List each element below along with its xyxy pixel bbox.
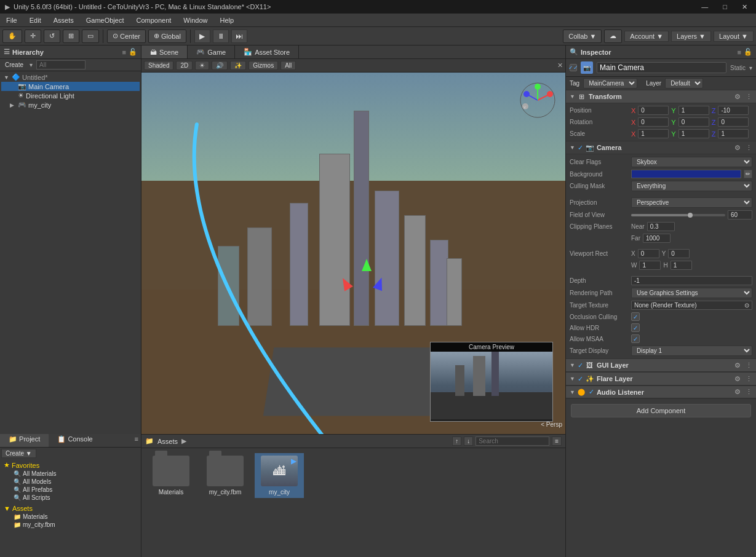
hierarchy-create-button[interactable]: Create <box>2 61 26 68</box>
msaa-checkbox[interactable]: ✓ <box>631 334 640 343</box>
pos-y-input[interactable] <box>678 106 709 115</box>
occlusion-checkbox[interactable]: ✓ <box>631 312 640 321</box>
menu-edit[interactable]: Edit <box>23 15 47 25</box>
scene-tab[interactable]: 🏔 Scene <box>141 45 188 58</box>
rot-z-input[interactable] <box>718 117 749 127</box>
proj-all-scripts[interactable]: 🔍 All Scripts <box>4 494 137 502</box>
global-button[interactable]: ⊕ Global <box>148 30 186 43</box>
asset-my-city-fbm[interactable]: my_city.fbm <box>201 453 250 498</box>
asset-materials[interactable]: Materials <box>146 453 196 498</box>
scale-x-input[interactable] <box>638 129 669 138</box>
pos-x-input[interactable] <box>638 106 669 115</box>
gui-layer-header[interactable]: ▼ ✓ 🖼 GUI Layer ⚙ ⋮ <box>566 359 756 372</box>
scene-view[interactable]: Y < Persp Camera Preview <box>141 73 565 434</box>
layers-dropdown[interactable]: Layers ▼ <box>671 31 711 42</box>
hierarchy-search[interactable] <box>36 60 86 69</box>
hierarchy-main-camera[interactable]: 📷 Main Camera <box>1 82 140 91</box>
hierarchy-untitled[interactable]: ▼ 🔷 Untitled* <box>1 73 140 82</box>
scale-z-input[interactable] <box>718 129 749 138</box>
shading-dropdown[interactable]: Shaded <box>144 61 173 70</box>
rotate-tool[interactable]: ↺ <box>44 30 60 43</box>
vp-w-input[interactable] <box>639 261 661 270</box>
rect-tool[interactable]: ▭ <box>82 30 99 43</box>
static-dropdown-arrow[interactable]: ▾ <box>749 65 752 71</box>
fx-button[interactable]: ✨ <box>230 61 246 70</box>
pause-button[interactable]: ⏸ <box>213 30 229 43</box>
tag-dropdown[interactable]: MainCamera <box>583 78 637 89</box>
titlebar-controls[interactable]: — □ ✕ <box>698 2 751 12</box>
color-edit-icon[interactable]: ✏ <box>744 170 752 178</box>
game-tab[interactable]: 🎮 Game <box>188 45 235 58</box>
audio-button[interactable]: 🔊 <box>212 61 228 70</box>
vp-y-input[interactable] <box>668 249 690 258</box>
lighting-button[interactable]: ☀ <box>195 61 209 70</box>
far-input[interactable] <box>643 234 670 243</box>
culling-mask-dropdown[interactable]: Everything <box>631 181 752 191</box>
camera-header[interactable]: ▼ ✓ 📷 Camera ⚙ ⋮ <box>566 141 756 154</box>
transform-more-icon[interactable]: ⋮ <box>746 93 752 101</box>
hierarchy-directional-light[interactable]: ☀ Directional Light <box>1 91 140 100</box>
account-dropdown[interactable]: Account ▼ <box>624 31 669 42</box>
hdr-checkbox[interactable]: ✓ <box>631 323 640 332</box>
proj-all-models[interactable]: 🔍 All Models <box>4 478 137 486</box>
vp-x-input[interactable] <box>638 249 659 258</box>
target-texture-circle[interactable]: ⊙ <box>744 302 749 309</box>
layer-dropdown[interactable]: Default <box>665 78 703 89</box>
rot-x-input[interactable] <box>638 117 669 127</box>
add-component-button[interactable]: Add Component <box>571 404 751 417</box>
menu-assets[interactable]: Assets <box>47 15 80 25</box>
fov-slider-thumb[interactable] <box>688 213 693 218</box>
menu-component[interactable]: Component <box>130 15 177 25</box>
fov-slider[interactable] <box>631 214 725 216</box>
menu-gameobject[interactable]: GameObject <box>80 15 130 25</box>
gui-layer-settings[interactable]: ⚙ <box>734 361 741 369</box>
project-menu[interactable]: ≡ <box>132 434 141 447</box>
minimize-button[interactable]: — <box>698 2 712 12</box>
assets-upload[interactable]: ↑ <box>452 437 461 446</box>
audio-listener-header[interactable]: ▼ ⬤ ✓ Audio Listener ⚙ ⋮ <box>566 386 756 398</box>
clear-flags-dropdown[interactable]: Skybox <box>631 157 752 167</box>
assets-tree-header[interactable]: ▼ Assets <box>4 504 137 513</box>
audio-listener-settings[interactable]: ⚙ <box>734 388 741 396</box>
flare-layer-settings[interactable]: ⚙ <box>734 375 741 383</box>
inspector-lock[interactable]: 🔓 <box>744 48 752 56</box>
asset-my-city[interactable]: 🏙 ▶ my_city <box>255 453 304 498</box>
proj-my-city-fbm[interactable]: 📁 my_city.fbm <box>4 521 137 529</box>
target-display-dropdown[interactable]: Display 1 <box>631 346 752 356</box>
transform-settings-icon[interactable]: ⚙ <box>734 93 741 101</box>
menu-file[interactable]: File <box>0 15 23 25</box>
object-active-checkbox[interactable]: ✓ <box>570 64 577 71</box>
scale-tool[interactable]: ⊞ <box>63 30 79 43</box>
console-tab[interactable]: 📋 Console <box>49 434 101 447</box>
proj-materials[interactable]: 📁 Materials <box>4 513 137 521</box>
assets-menu[interactable]: ≡ <box>552 437 562 446</box>
flare-layer-header[interactable]: ▼ ✓ ✨ Flare Layer ⚙ ⋮ <box>566 373 756 385</box>
project-tab[interactable]: 📁 Project <box>0 434 49 447</box>
hierarchy-menu[interactable]: ≡ <box>122 49 126 56</box>
scene-close[interactable]: ✕ <box>557 61 563 69</box>
2d-button[interactable]: 2D <box>176 61 193 70</box>
vp-h-input[interactable] <box>670 261 692 270</box>
center-button[interactable]: ⊙ Center <box>107 30 146 43</box>
gizmos-button[interactable]: Gizmos <box>249 61 278 70</box>
collab-button[interactable]: Collab ▼ <box>563 30 602 43</box>
camera-settings-icon[interactable]: ⚙ <box>734 144 741 152</box>
audio-listener-more[interactable]: ⋮ <box>746 388 752 396</box>
gui-layer-more[interactable]: ⋮ <box>746 361 752 369</box>
assets-search[interactable] <box>475 437 549 446</box>
rot-y-input[interactable] <box>678 117 709 127</box>
object-name-field[interactable] <box>597 62 726 73</box>
menu-window[interactable]: Window <box>177 15 213 25</box>
maximize-button[interactable]: □ <box>719 2 731 12</box>
target-texture-field[interactable]: None (Render Texture) ⊙ <box>631 301 752 310</box>
asset-store-tab[interactable]: 🏪 Asset Store <box>235 45 299 58</box>
projection-dropdown[interactable]: Perspective <box>631 197 752 208</box>
fov-input[interactable] <box>728 210 752 219</box>
inspector-menu[interactable]: ≡ <box>738 49 741 56</box>
step-button[interactable]: ⏭ <box>231 30 247 43</box>
transform-header[interactable]: ▼ ⊞ Transform ⚙ ⋮ <box>566 90 756 103</box>
rendering-dropdown[interactable]: Use Graphics Settings <box>631 288 752 298</box>
move-tool[interactable]: ✛ <box>25 30 41 43</box>
scale-y-input[interactable] <box>678 129 709 138</box>
depth-input[interactable] <box>631 276 752 285</box>
